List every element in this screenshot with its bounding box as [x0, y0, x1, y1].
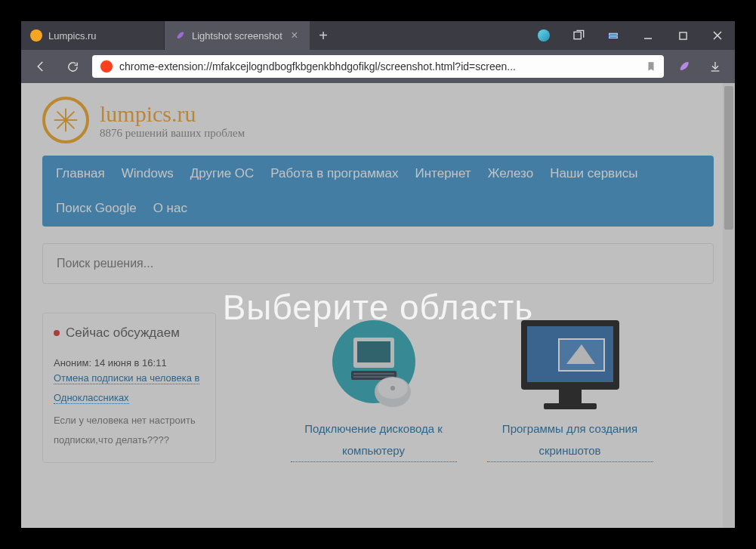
favicon-orange-icon: [30, 29, 42, 42]
nav-google-search[interactable]: Поиск Google: [56, 201, 137, 216]
tab-label: Lightshot screenshot: [192, 30, 282, 42]
card-disk-drive[interactable]: Подключение дисковода к компьютеру: [291, 313, 457, 463]
svg-point-20: [390, 386, 395, 390]
nav-about[interactable]: О нас: [153, 201, 187, 216]
reload-button[interactable]: [60, 54, 85, 79]
tab-lumpics[interactable]: Lumpics.ru: [21, 21, 165, 50]
discussion-link[interactable]: Отмена подписки на человека в Одноклассн…: [54, 372, 199, 404]
svg-rect-14: [357, 341, 390, 362]
nav-programs[interactable]: Работа в программах: [270, 166, 398, 181]
card-image-computer-icon: [310, 313, 438, 418]
close-tab-icon[interactable]: ×: [289, 29, 301, 42]
url-text: chrome-extension://mfakcejlogndbogfkbgen…: [119, 60, 640, 72]
maximize-button[interactable]: [665, 21, 700, 50]
discussion-body: Если у человека нет настроить подписки,ч…: [54, 411, 205, 450]
card-image-monitor-icon: [506, 313, 634, 418]
svg-rect-0: [574, 32, 581, 39]
collections-icon[interactable]: [561, 21, 596, 50]
extensions-icon[interactable]: [596, 21, 631, 50]
tab-label: Lumpics.ru: [48, 30, 155, 42]
site-header: lumpics.ru 8876 решений ваших проблем: [42, 92, 714, 156]
nav-home[interactable]: Главная: [56, 166, 105, 181]
new-tab-button[interactable]: +: [310, 21, 337, 50]
discussion-title: Сейчас обсуждаем: [54, 325, 205, 341]
svg-rect-1: [609, 33, 618, 35]
url-bar[interactable]: chrome-extension://mfakcejlogndbogfkbgen…: [92, 55, 664, 78]
site-name[interactable]: lumpics.ru: [100, 101, 245, 127]
page-content: lumpics.ru 8876 решений ваших проблем Гл…: [21, 83, 735, 528]
svg-rect-25: [544, 403, 597, 409]
discussion-meta: Аноним: 14 июня в 16:11: [54, 357, 205, 369]
site-logo-icon[interactable]: [42, 97, 89, 143]
minimize-button[interactable]: [631, 21, 665, 50]
nav-windows[interactable]: Windows: [122, 166, 174, 181]
tab-lightshot[interactable]: Lightshot screenshot ×: [165, 21, 310, 50]
overlay-hint-text: Выберите область: [21, 287, 735, 328]
card-link[interactable]: Программы для создания скриншотов: [487, 418, 653, 462]
card-link[interactable]: Подключение дисковода к компьютеру: [291, 418, 457, 462]
browser-window: Lumpics.ru Lightshot screenshot × +: [20, 20, 736, 529]
svg-rect-2: [609, 36, 618, 38]
nav-hardware[interactable]: Железо: [488, 166, 533, 181]
lightshot-extension-icon[interactable]: [671, 54, 696, 79]
bookmark-icon[interactable]: [646, 60, 656, 72]
svg-rect-24: [559, 390, 582, 405]
address-bar-row: chrome-extension://mfakcejlogndbogfkbgen…: [21, 50, 735, 83]
live-dot-icon: [54, 330, 60, 336]
card-screenshot-apps[interactable]: Программы для создания скриншотов: [487, 313, 653, 463]
svg-rect-16: [353, 373, 394, 375]
search-input[interactable]: [57, 257, 699, 270]
tab-bar: Lumpics.ru Lightshot screenshot × +: [21, 21, 735, 50]
favicon-feather-icon: [174, 29, 186, 42]
scrollbar-thumb[interactable]: [724, 86, 733, 230]
nav-services[interactable]: Наши сервисы: [550, 166, 637, 181]
nav-other-os[interactable]: Другие ОС: [190, 166, 255, 181]
svg-rect-4: [679, 32, 686, 39]
main-nav: Главная Windows Другие ОС Работа в прогр…: [42, 156, 714, 227]
close-window-button[interactable]: [700, 21, 735, 50]
yandex-icon: [100, 60, 113, 73]
discussion-sidebar: Сейчас обсуждаем Аноним: 14 июня в 16:11…: [42, 313, 216, 463]
cards-row: Подключение дисковода к компьютеру: [230, 313, 714, 463]
search-box[interactable]: [42, 243, 714, 284]
site-tagline: 8876 решений ваших проблем: [100, 127, 245, 140]
profile-icon[interactable]: [526, 21, 561, 50]
downloads-icon[interactable]: [703, 54, 727, 79]
nav-internet[interactable]: Интернет: [415, 166, 471, 181]
back-button[interactable]: [29, 54, 53, 79]
window-controls: [526, 21, 735, 50]
